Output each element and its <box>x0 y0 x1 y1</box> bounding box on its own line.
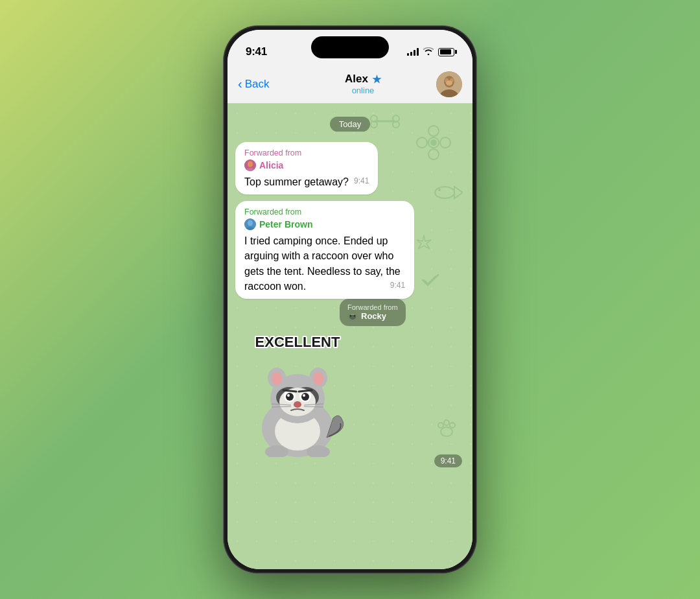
svg-point-49 <box>303 394 305 397</box>
forwarded-rocky-pill: Forwarded from <box>340 299 406 326</box>
forwarded-from-row-2: Peter Brown <box>244 218 405 230</box>
alicia-avatar <box>244 159 256 171</box>
status-icons <box>407 47 454 57</box>
message-bubble-alicia[interactable]: Forwarded from Alicia Top summer get <box>235 142 378 194</box>
date-label: Today <box>330 117 371 132</box>
back-button[interactable]: ‹ Back <box>238 78 290 91</box>
premium-star-icon: ★ <box>372 73 381 86</box>
chat-area: Today Forwarded from Alici <box>228 104 472 569</box>
date-divider: Today <box>228 117 472 132</box>
svg-line-51 <box>299 390 312 392</box>
peter-name: Peter Brown <box>259 219 312 229</box>
svg-line-50 <box>283 390 296 392</box>
svg-point-40 <box>313 372 323 385</box>
svg-point-24 <box>248 161 253 167</box>
forwarded-label-1: Forwarded from <box>244 148 369 158</box>
message-bubble-peter[interactable]: Forwarded from Peter Brown I tried c <box>235 201 414 299</box>
status-bar: 9:41 <box>228 30 472 65</box>
back-chevron-icon: ‹ <box>238 77 242 90</box>
svg-point-5 <box>446 80 452 86</box>
status-time: 9:41 <box>246 45 267 58</box>
message-text-1: Top summer getaway? 9:41 <box>244 176 349 187</box>
rocky-name: Rocky <box>361 311 386 321</box>
message-time-2: 9:41 <box>390 280 405 291</box>
signal-icon <box>407 48 419 56</box>
sticker-section: Forwarded from <box>228 299 472 457</box>
sticker-wrapper: Forwarded from <box>233 299 406 457</box>
online-status: online <box>352 86 375 95</box>
forwarded-label-rocky: Forwarded from <box>347 303 398 311</box>
nav-bar: ‹ Back Alex ★ online <box>228 65 472 104</box>
raccoon-sticker: EXCELLENT <box>233 327 362 457</box>
message-text-2: I tried camping once. Ended up arguing w… <box>244 233 405 294</box>
alicia-name: Alicia <box>259 160 283 170</box>
svg-point-46 <box>286 393 294 401</box>
battery-icon <box>438 48 454 56</box>
nav-center: Alex ★ online <box>290 73 436 95</box>
rocky-avatar <box>347 311 358 322</box>
message-time-1: 9:41 <box>354 176 369 187</box>
nav-title: Alex ★ <box>345 73 381 86</box>
svg-text:EXCELLENT: EXCELLENT <box>255 334 340 350</box>
svg-point-39 <box>272 372 282 385</box>
svg-point-53 <box>294 401 301 408</box>
dynamic-island <box>311 36 389 58</box>
forwarded-label-2: Forwarded from <box>244 207 405 217</box>
sticker-time-row: 9:41 <box>228 452 472 467</box>
rocky-row: Rocky <box>347 311 398 322</box>
contact-name: Alex <box>345 73 368 86</box>
phone-frame: 9:41 ‹ <box>224 26 476 573</box>
contact-avatar[interactable] <box>436 71 462 97</box>
messages-list: Forwarded from Alicia Top summer get <box>228 142 472 299</box>
peter-avatar <box>244 218 256 230</box>
sticker-time: 9:41 <box>434 454 462 467</box>
svg-point-47 <box>301 393 309 401</box>
forwarded-from-row-1: Alicia <box>244 159 369 171</box>
phone-screen: 9:41 ‹ <box>228 30 472 569</box>
svg-point-48 <box>287 394 290 397</box>
svg-point-27 <box>248 220 253 226</box>
wifi-icon <box>423 47 434 57</box>
back-label: Back <box>245 78 270 91</box>
